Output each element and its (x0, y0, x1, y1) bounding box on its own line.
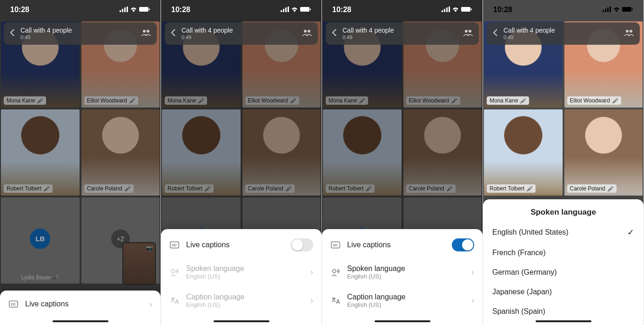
wifi-icon (613, 6, 620, 14)
bottom-sheet: CC Live captions › (0, 291, 161, 325)
row-title: Live captions (25, 300, 143, 308)
spoken-language-row[interactable]: Spoken languageEnglish (US) › (322, 258, 483, 286)
svg-rect-37 (632, 8, 633, 10)
row-subtitle: English (US) (347, 273, 465, 280)
svg-rect-26 (471, 8, 472, 10)
svg-rect-4 (139, 7, 148, 12)
clock: 10:28 (493, 6, 512, 14)
speaking-icon (169, 267, 180, 278)
language-option[interactable]: English (United States)✓ (483, 222, 644, 243)
language-option[interactable]: Japanese (Japan) (483, 282, 644, 302)
back-button[interactable] (331, 28, 337, 39)
spoken-language-row: Spoken languageEnglish (US) › (161, 258, 322, 286)
cc-icon: CC (330, 240, 341, 250)
live-captions-row[interactable]: CC Live captions › (0, 292, 161, 316)
chevron-right-icon: › (471, 267, 474, 277)
back-button[interactable] (9, 28, 15, 39)
svg-point-17 (308, 30, 310, 33)
svg-point-7 (147, 30, 149, 33)
avatar: LB (30, 228, 50, 249)
language-option[interactable]: Spanish (Spain) (483, 302, 644, 321)
svg-rect-10 (281, 10, 282, 12)
cc-icon: CC (169, 240, 180, 250)
language-label: French (France) (492, 249, 546, 257)
wifi-icon (291, 6, 298, 14)
call-title: Call with 4 people (181, 27, 302, 34)
call-title: Call with 4 people (503, 27, 624, 34)
svg-point-27 (465, 30, 468, 33)
language-label: Japanese (Japan) (492, 288, 552, 296)
participants-icon[interactable] (141, 29, 151, 38)
participants-icon[interactable] (624, 29, 634, 38)
language-label: Spanish (Spain) (492, 307, 545, 316)
svg-point-31 (333, 269, 336, 272)
row-title: Spoken language (186, 264, 304, 273)
back-button[interactable] (170, 28, 176, 39)
home-indicator[interactable] (214, 320, 269, 322)
screen-1: 10:28 Call with 4 people 0:49 Mona Kane🎤… (0, 0, 161, 325)
svg-rect-24 (449, 7, 450, 12)
wifi-icon (130, 6, 137, 14)
row-subtitle: English (US) (186, 301, 304, 308)
participant-tile[interactable]: Carole Poland🎤̸ (242, 109, 321, 196)
home-indicator[interactable] (53, 320, 108, 322)
back-button[interactable] (492, 28, 498, 39)
captions-toggle[interactable] (452, 238, 474, 251)
call-header: Call with 4 people0:49 (326, 22, 479, 45)
call-title: Call with 4 people (342, 27, 463, 34)
participants-icon[interactable] (302, 29, 312, 38)
caption-language-row[interactable]: Caption languageEnglish (US) › (322, 286, 483, 315)
language-label: German (Germany) (492, 268, 557, 277)
participant-tile[interactable]: Robert Tolbert🎤̸ (162, 109, 241, 196)
call-header: Call with 4 people0:49 (487, 22, 640, 45)
language-option[interactable]: German (Germany) (483, 263, 644, 282)
check-icon: ✓ (627, 227, 634, 237)
wifi-icon (452, 6, 459, 14)
live-captions-toggle-row[interactable]: CC Live captions (161, 232, 322, 258)
home-indicator[interactable] (536, 320, 591, 322)
participant-tile[interactable]: Carole Poland🎤̸ (81, 109, 160, 196)
call-duration: 0:49 (20, 34, 141, 41)
participant-tile[interactable]: Carole Poland🎤̸ (564, 109, 643, 196)
call-header: Call with 4 people0:49 (165, 22, 318, 45)
status-bar: 10:28 (322, 0, 483, 20)
language-option[interactable]: French (France) (483, 243, 644, 263)
mute-icon: 🎤̸ (53, 275, 59, 280)
mute-icon: 🎤̸ (451, 98, 457, 104)
participant-tile[interactable]: Carole Poland🎤̸ (403, 109, 482, 196)
svg-rect-3 (127, 7, 128, 12)
participant-tile[interactable]: Robert Tolbert🎤̸ (323, 109, 402, 196)
status-bar: 10:28 (483, 0, 644, 20)
svg-rect-1 (122, 9, 123, 12)
row-title: Spoken language (347, 264, 465, 273)
chevron-right-icon: › (310, 296, 313, 305)
svg-rect-13 (288, 7, 289, 12)
mute-icon: 🎤̸ (285, 186, 292, 192)
row-subtitle: English (US) (347, 301, 465, 308)
participant-tile[interactable]: Robert Tolbert🎤̸ (484, 109, 563, 196)
screen-4: 10:28 Call with 4 people0:49 Mona Kane🎤̸… (483, 0, 644, 325)
call-title: Call with 4 people (20, 27, 141, 34)
self-preview[interactable]: 📷 (122, 242, 156, 285)
participant-name: Robert Tolbert (7, 185, 41, 192)
sheet-title: Spoken language (483, 199, 644, 222)
signal-icon (603, 6, 611, 14)
mute-icon: 🎤̸ (612, 98, 618, 104)
screen-3: 10:28 Call with 4 people0:49 Mona Kane🎤̸… (322, 0, 483, 325)
signal-icon (442, 6, 450, 14)
svg-rect-25 (461, 7, 470, 12)
participant-tile[interactable]: Robert Tolbert🎤̸ (1, 109, 80, 196)
status-icons (442, 6, 472, 14)
captions-toggle[interactable] (291, 238, 313, 251)
screen-2: 10:28 Call with 4 people0:49 Mona Kane🎤̸… (161, 0, 322, 325)
status-icons (120, 6, 150, 14)
svg-text:CC: CC (333, 243, 338, 247)
live-captions-toggle-row[interactable]: CC Live captions (322, 232, 483, 258)
call-duration: 0:49 (503, 34, 624, 41)
participants-icon[interactable] (463, 29, 473, 38)
home-indicator[interactable] (375, 320, 430, 322)
captions-settings-sheet: CC Live captions Spoken languageEnglish … (322, 229, 483, 325)
battery-icon (461, 6, 472, 14)
row-title: Live captions (347, 241, 445, 249)
participant-tile[interactable]: LB Lydia Bauer 🎤̸ (1, 197, 80, 284)
